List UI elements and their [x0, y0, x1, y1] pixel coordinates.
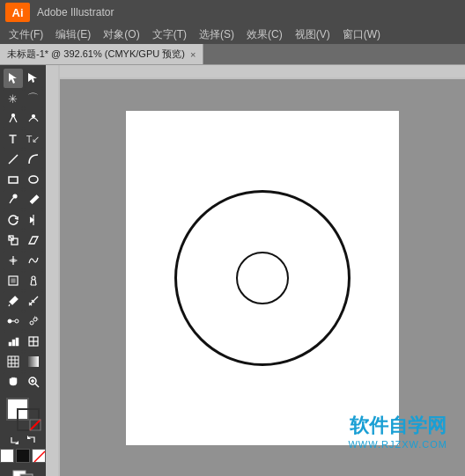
- tool-row-select: [4, 69, 43, 88]
- tool-row-transform: [4, 271, 43, 290]
- tool-measure[interactable]: [24, 291, 43, 311]
- tool-row-shape: [4, 170, 43, 189]
- svg-rect-10: [11, 238, 18, 245]
- ai-logo: Ai: [5, 3, 30, 22]
- color-area: [0, 398, 46, 463]
- small-color-row: [0, 449, 46, 463]
- tool-column-graph[interactable]: [4, 332, 23, 351]
- no-color-icon[interactable]: [29, 419, 41, 431]
- svg-line-39: [35, 384, 39, 387]
- tool-blend[interactable]: [4, 311, 23, 331]
- tool-touch-type[interactable]: T↙: [24, 129, 43, 149]
- title-bar: Ai Adobe Illustrator: [0, 0, 465, 25]
- tool-width[interactable]: [4, 251, 23, 270]
- tool-row-eyedropper: [4, 291, 43, 311]
- cd-outer-circle: [174, 190, 351, 366]
- svg-point-24: [30, 321, 33, 325]
- tool-warp[interactable]: [24, 251, 43, 270]
- tool-row-blend: [4, 311, 43, 331]
- svg-point-3: [32, 115, 34, 118]
- menu-window[interactable]: 窗口(W): [337, 26, 386, 44]
- menu-edit[interactable]: 编辑(E): [50, 26, 96, 44]
- cd-inner-circle: [236, 252, 289, 304]
- svg-marker-1: [28, 73, 37, 83]
- tool-row-type: T T↙: [4, 129, 43, 149]
- svg-line-42: [30, 420, 41, 430]
- svg-rect-51: [46, 65, 60, 476]
- tool-shear[interactable]: [24, 231, 43, 250]
- tool-line[interactable]: [4, 150, 23, 169]
- menu-file[interactable]: 文件(F): [4, 26, 48, 44]
- tool-reflect[interactable]: [24, 210, 43, 230]
- menu-text[interactable]: 文字(T): [147, 26, 192, 44]
- active-tab[interactable]: 未标题-1* @ 392.61% (CMYK/GPU 预览) ×: [0, 44, 203, 64]
- svg-line-46: [34, 451, 45, 462]
- menu-bar: 文件(F) 编辑(E) 对象(O) 文字(T) 选择(S) 效果(C) 视图(V…: [0, 25, 465, 44]
- black-swatch[interactable]: [16, 449, 30, 463]
- swap-colors-icon[interactable]: [6, 435, 40, 445]
- tool-row-scissors: [4, 210, 43, 230]
- svg-rect-27: [12, 340, 15, 346]
- menu-view[interactable]: 视图(V): [290, 26, 336, 44]
- tool-pen[interactable]: [4, 109, 23, 128]
- svg-rect-5: [9, 177, 18, 183]
- tool-type[interactable]: T: [4, 129, 23, 149]
- tool-gradient[interactable]: [24, 352, 43, 371]
- tool-row-pen: [4, 109, 43, 128]
- tool-slice[interactable]: [24, 332, 43, 351]
- tool-zoom[interactable]: [24, 372, 43, 392]
- svg-rect-49: [46, 65, 465, 79]
- svg-point-6: [29, 176, 38, 183]
- close-tab-button[interactable]: ×: [190, 49, 196, 60]
- tool-row-graph: [4, 332, 43, 351]
- tool-mesh[interactable]: [4, 352, 23, 371]
- tool-row-line: [4, 150, 43, 169]
- menu-effect[interactable]: 效果(C): [241, 26, 288, 44]
- tab-label: 未标题-1* @ 392.61% (CMYK/GPU 预览): [7, 48, 185, 61]
- tool-paintbrush[interactable]: [4, 190, 23, 209]
- tool-lasso[interactable]: ⌒: [24, 89, 43, 108]
- tool-row-wand: ✳ ⌒: [4, 89, 43, 108]
- tool-arc[interactable]: [24, 150, 43, 169]
- svg-rect-26: [9, 342, 11, 346]
- tool-rotate[interactable]: [4, 210, 23, 230]
- tool-puppet-warp[interactable]: [24, 271, 43, 290]
- tool-ellipse[interactable]: [24, 170, 43, 189]
- svg-point-7: [13, 194, 17, 198]
- tab-bar: 未标题-1* @ 392.61% (CMYK/GPU 预览) ×: [0, 44, 465, 65]
- svg-rect-28: [16, 338, 18, 346]
- ruler-left: [46, 65, 60, 476]
- white-swatch[interactable]: [0, 449, 14, 463]
- artboard-nav: [10, 467, 36, 476]
- svg-rect-15: [11, 279, 15, 282]
- menu-object[interactable]: 对象(O): [98, 26, 144, 44]
- main-area: ✳ ⌒ T T↙: [0, 65, 465, 476]
- svg-rect-32: [8, 356, 18, 367]
- tool-hand[interactable]: [4, 372, 23, 392]
- tool-scale[interactable]: [4, 231, 23, 250]
- toolbar: ✳ ⌒ T T↙: [0, 65, 46, 476]
- stroke-fill-swatches[interactable]: [6, 398, 40, 431]
- none-swatch[interactable]: [32, 449, 46, 463]
- svg-point-22: [15, 319, 18, 323]
- menu-select[interactable]: 选择(S): [194, 26, 240, 44]
- tool-pencil[interactable]: [24, 190, 43, 209]
- tool-magic-wand[interactable]: ✳: [4, 89, 23, 108]
- svg-point-2: [11, 114, 14, 117]
- svg-line-4: [9, 155, 18, 164]
- tool-symbol-sprayer[interactable]: [24, 311, 43, 331]
- artboard-icon: [10, 467, 36, 476]
- svg-rect-37: [28, 356, 39, 367]
- tool-curvature[interactable]: [24, 109, 43, 128]
- tool-row-scale: [4, 231, 43, 250]
- tool-select[interactable]: [4, 69, 23, 88]
- tool-row-hand: [4, 372, 43, 392]
- svg-line-17: [9, 304, 10, 306]
- tool-rectangle[interactable]: [4, 170, 23, 189]
- svg-rect-8: [30, 195, 38, 203]
- tool-direct-select[interactable]: [24, 69, 43, 88]
- tool-eyedropper[interactable]: [4, 291, 23, 311]
- tool-free-transform[interactable]: [4, 271, 23, 290]
- ruler-top: [46, 65, 465, 79]
- artboard: [126, 111, 399, 445]
